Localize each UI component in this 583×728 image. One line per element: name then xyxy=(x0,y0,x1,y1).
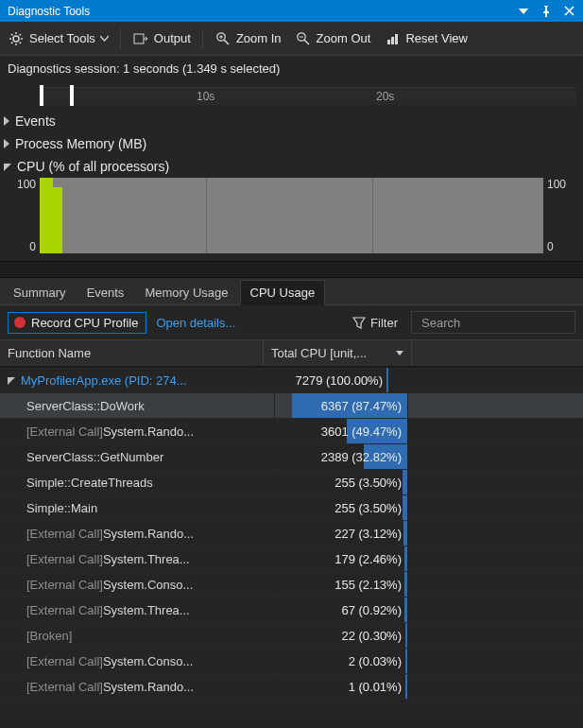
total-cpu-cell: 6367 (87.47%) xyxy=(275,393,408,418)
total-cpu-cell: 2389 (32.82%) xyxy=(275,444,408,469)
external-call-prefix: [External Call] xyxy=(26,654,103,668)
function-name-cell: ServerClass::GetNumber xyxy=(0,444,275,469)
function-name-label: System.Rando... xyxy=(103,425,194,439)
function-name-label: System.Rando... xyxy=(103,680,194,694)
table-row[interactable]: Simple::CreateThreads255 (3.50%) xyxy=(0,470,583,495)
tab-summary[interactable]: Summary xyxy=(4,281,76,304)
function-name-cell: [External Call] System.Conso... xyxy=(0,649,275,673)
events-section-label: Events xyxy=(15,113,56,129)
function-name-label: System.Threa... xyxy=(103,603,190,617)
function-name-cell: [Broken] xyxy=(0,623,275,648)
timeline-ruler[interactable]: 10s 20s xyxy=(4,81,579,110)
selection-end-marker[interactable] xyxy=(70,85,74,106)
function-name-cell: [External Call] System.Rando... xyxy=(0,419,275,443)
external-call-prefix: [External Call] xyxy=(26,425,103,439)
chevron-down-icon xyxy=(100,34,109,43)
chevron-down-icon[interactable] xyxy=(8,375,17,385)
title-bar: Diagnostic Tools xyxy=(0,0,583,22)
process-memory-section-header[interactable]: Process Memory (MB) xyxy=(0,132,583,155)
total-cpu-value: 22 (0.30%) xyxy=(341,623,402,648)
cpu-usage-toolbar: Record CPU Profile Open details... Filte… xyxy=(0,305,583,339)
output-button[interactable]: Output xyxy=(130,28,193,49)
table-row[interactable]: ServerClass::GetNumber2389 (32.82%) xyxy=(0,444,583,470)
table-row[interactable]: [External Call] System.Conso...2 (0.03%) xyxy=(0,649,583,674)
table-header: Function Name Total CPU [unit,... xyxy=(0,339,583,368)
function-name-label: System.Threa... xyxy=(103,552,190,566)
total-cpu-cell: 2 (0.03%) xyxy=(275,649,408,673)
resize-divider[interactable] xyxy=(0,261,583,278)
total-cpu-value: 6367 (87.47%) xyxy=(321,393,402,418)
filter-label: Filter xyxy=(370,316,398,330)
session-info: Diagnostics session: 1 seconds (1.349 s … xyxy=(0,56,583,81)
process-memory-section-label: Process Memory (MB) xyxy=(15,136,146,151)
svg-rect-5 xyxy=(391,37,394,44)
table-row[interactable]: [Broken]22 (0.30%) xyxy=(0,623,583,649)
total-cpu-cell: 255 (3.50%) xyxy=(275,495,408,520)
table-row[interactable]: [External Call] System.Rando...227 (3.12… xyxy=(0,521,583,546)
function-name-cell: [External Call] System.Rando... xyxy=(0,674,275,699)
chart-gridline xyxy=(206,178,207,253)
heat-edge xyxy=(404,598,407,622)
search-input[interactable] xyxy=(420,315,582,331)
heat-edge xyxy=(404,572,407,597)
total-cpu-cell: 255 (3.50%) xyxy=(275,470,408,494)
tab-cpu-usage[interactable]: CPU Usage xyxy=(240,280,326,305)
cpu-usage-bar xyxy=(40,178,62,253)
select-tools-label: Select Tools xyxy=(29,31,95,45)
zoom-in-button[interactable]: Zoom In xyxy=(213,28,283,49)
total-cpu-value: 2389 (32.82%) xyxy=(321,444,402,469)
column-total-cpu-label: Total CPU [unit,... xyxy=(271,346,367,360)
ruler-tick-label: 20s xyxy=(376,90,394,103)
table-row[interactable]: [External Call] System.Rando...1 (0.01%) xyxy=(0,674,583,700)
total-cpu-value: 1 (0.01%) xyxy=(349,674,402,699)
pin-icon[interactable] xyxy=(536,1,557,22)
open-details-link[interactable]: Open details... xyxy=(156,316,235,330)
filter-icon xyxy=(352,316,366,329)
cpu-section-header[interactable]: CPU (% of all processors) xyxy=(0,155,583,178)
gear-icon xyxy=(8,30,25,47)
total-cpu-value: 255 (3.50%) xyxy=(334,495,402,520)
search-box[interactable] xyxy=(411,311,575,334)
ruler-tick-label: 10s xyxy=(197,90,214,103)
tab-memory-usage[interactable]: Memory Usage xyxy=(135,281,237,304)
table-row[interactable]: [External Call] System.Threa...179 (2.46… xyxy=(0,546,583,572)
tab-events[interactable]: Events xyxy=(77,281,134,304)
heat-edge xyxy=(405,623,407,648)
total-cpu-value: 227 (3.12%) xyxy=(334,521,402,546)
table-row[interactable]: [External Call] System.Conso...155 (2.13… xyxy=(0,572,583,598)
svg-rect-1 xyxy=(134,34,144,43)
zoom-out-button[interactable]: Zoom Out xyxy=(293,28,373,49)
close-icon[interactable] xyxy=(558,1,579,22)
select-tools-button[interactable]: Select Tools xyxy=(6,28,111,49)
total-cpu-cell: 155 (2.13%) xyxy=(275,572,408,597)
table-row[interactable]: MyProfilerApp.exe (PID: 274...7279 (100.… xyxy=(0,368,583,393)
column-total-cpu[interactable]: Total CPU [unit,... xyxy=(264,340,412,366)
record-cpu-profile-button[interactable]: Record CPU Profile xyxy=(8,312,146,334)
total-cpu-cell: 227 (3.12%) xyxy=(275,521,408,546)
table-row[interactable]: [External Call] System.Rando...3601 (49.… xyxy=(0,419,583,444)
events-section-header[interactable]: Events xyxy=(0,110,583,132)
total-cpu-cell: 22 (0.30%) xyxy=(275,623,408,648)
chart-y-axis-right: 100 0 xyxy=(543,178,579,253)
window-title: Diagnostic Tools xyxy=(8,5,513,18)
table-row[interactable]: ServerClass::DoWork6367 (87.47%) xyxy=(0,393,583,419)
function-name-cell: Simple::Main xyxy=(0,495,275,520)
cpu-chart[interactable]: 100 0 100 0 xyxy=(4,178,579,261)
filter-button[interactable]: Filter xyxy=(352,316,398,330)
cpu-section-label: CPU (% of all processors) xyxy=(17,159,169,174)
external-call-prefix: [External Call] xyxy=(26,680,103,694)
function-name-cell: [External Call] System.Threa... xyxy=(0,546,275,571)
record-label: Record CPU Profile xyxy=(31,316,138,330)
zoom-out-icon xyxy=(295,30,312,47)
record-icon xyxy=(14,317,26,328)
reset-view-label: Reset View xyxy=(405,31,468,45)
table-row[interactable]: [External Call] System.Threa...67 (0.92%… xyxy=(0,598,583,623)
zoom-in-label: Zoom In xyxy=(236,31,282,45)
reset-view-button[interactable]: Reset View xyxy=(382,28,470,49)
table-row[interactable]: Simple::Main255 (3.50%) xyxy=(0,495,583,521)
selection-start-marker[interactable] xyxy=(40,85,43,106)
dropdown-icon[interactable] xyxy=(513,1,534,22)
function-name-cell: [External Call] System.Threa... xyxy=(0,598,275,622)
column-function-name[interactable]: Function Name xyxy=(0,340,264,366)
axis-tick: 100 xyxy=(4,178,36,191)
